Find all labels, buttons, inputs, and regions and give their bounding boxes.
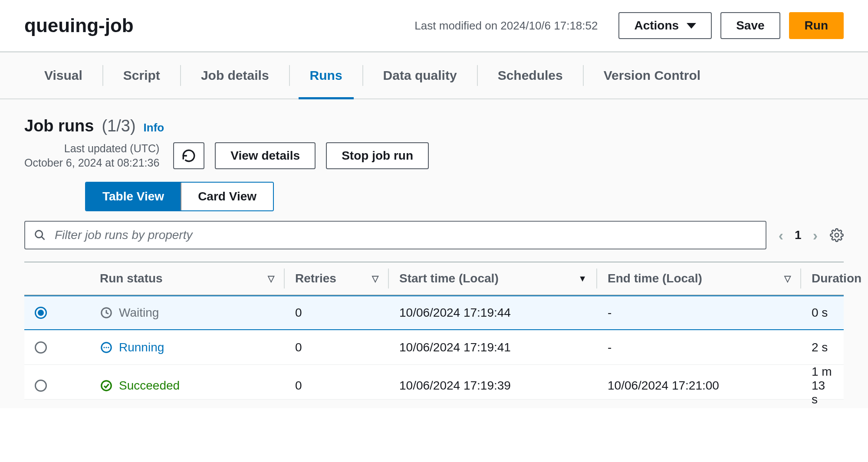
row-start-cell: 10/06/2024 17:19:41 — [389, 341, 597, 354]
table-row[interactable]: Running010/06/2024 17:19:41-2 s — [24, 330, 844, 365]
row-status-text: Succeeded — [119, 379, 180, 393]
clock-icon — [100, 306, 113, 319]
row-retries-cell: 0 — [285, 379, 389, 393]
row-status-text: Waiting — [119, 306, 159, 320]
row-start-cell: 10/06/2024 17:19:39 — [389, 379, 597, 393]
pager-next-icon[interactable]: › — [813, 228, 818, 242]
table-row[interactable]: Succeeded010/06/2024 17:19:3910/06/2024 … — [24, 365, 844, 400]
row-end-cell: 10/06/2024 17:21:00 — [597, 379, 801, 393]
last-updated-label: Last updated (UTC) — [24, 141, 159, 156]
check-circle-icon — [100, 379, 113, 392]
sort-icon: ▽ — [268, 273, 274, 284]
col-start-time[interactable]: Start time (Local) ▼ — [389, 262, 597, 295]
col-run-status-label: Run status — [100, 272, 163, 285]
tabs-bar: VisualScriptJob detailsRunsData qualityS… — [0, 52, 868, 99]
view-toggle-card[interactable]: Card View — [181, 183, 273, 210]
row-duration-cell: 2 s — [801, 341, 844, 354]
row-duration-cell: 1 m 13 s — [801, 365, 844, 406]
tab-visual[interactable]: Visual — [24, 52, 102, 98]
run-button[interactable]: Run — [789, 12, 844, 39]
row-select-cell[interactable] — [24, 341, 89, 354]
page-header: queuing-job Last modified on 2024/10/6 1… — [0, 0, 868, 52]
row-retries-cell: 0 — [285, 341, 389, 354]
col-retries-label: Retries — [295, 272, 336, 285]
last-updated-block: Last updated (UTC) October 6, 2024 at 08… — [24, 141, 159, 170]
svg-line-1 — [42, 237, 45, 240]
tab-sched[interactable]: Schedules — [478, 52, 583, 98]
search-wrap[interactable] — [24, 221, 766, 249]
view-details-button[interactable]: View details — [215, 142, 316, 169]
row-retries-cell: 0 — [285, 306, 389, 320]
view-toggle-table[interactable]: Table View — [86, 183, 181, 210]
actions-label: Actions — [634, 19, 679, 33]
tab-script[interactable]: Script — [103, 52, 180, 98]
section-count: (1/3) — [102, 117, 135, 135]
row-end-cell: - — [597, 306, 801, 320]
job-title: queuing-job — [24, 15, 134, 36]
col-duration-label: Duration — [812, 272, 861, 285]
svg-point-6 — [105, 347, 107, 348]
row-radio[interactable] — [35, 380, 47, 392]
svg-point-7 — [108, 347, 109, 348]
col-start-time-label: Start time (Local) — [399, 272, 499, 285]
search-icon — [34, 229, 46, 241]
stop-job-button[interactable]: Stop job run — [326, 142, 429, 169]
running-icon — [100, 341, 113, 354]
col-end-time-label: End time (Local) — [608, 272, 702, 285]
col-duration[interactable]: Duration — [801, 262, 868, 295]
tab-version[interactable]: Version Control — [584, 52, 720, 98]
svg-point-0 — [36, 231, 43, 238]
row-status-text: Running — [119, 341, 164, 354]
info-link[interactable]: Info — [144, 121, 164, 134]
last-modified-text: Last modified on 2024/10/6 17:18:52 — [414, 19, 598, 33]
svg-point-8 — [102, 381, 112, 391]
section-title: Job runs — [24, 117, 94, 135]
row-status-cell[interactable]: Running — [89, 341, 285, 354]
row-radio[interactable] — [35, 307, 47, 319]
col-retries[interactable]: Retries ▽ — [285, 262, 389, 295]
caret-down-icon — [687, 23, 696, 29]
row-status-cell[interactable]: Waiting — [89, 306, 285, 320]
row-radio[interactable] — [35, 341, 47, 354]
refresh-icon — [181, 148, 196, 163]
runs-table: Run status ▽ Retries ▽ Start time (Local… — [24, 262, 844, 400]
table-header: Run status ▽ Retries ▽ Start time (Local… — [24, 262, 844, 295]
row-select-cell[interactable] — [24, 380, 89, 392]
run-label: Run — [805, 19, 828, 33]
refresh-button[interactable] — [173, 142, 204, 169]
row-start-cell: 10/06/2024 17:19:44 — [389, 306, 597, 320]
col-run-status[interactable]: Run status ▽ — [89, 262, 285, 295]
filter-input[interactable] — [54, 228, 757, 242]
tab-dq[interactable]: Data quality — [363, 52, 477, 98]
svg-point-5 — [103, 347, 105, 348]
save-button[interactable]: Save — [720, 12, 780, 39]
save-label: Save — [736, 19, 764, 33]
sort-active-desc-icon: ▼ — [578, 274, 587, 284]
row-end-cell: - — [597, 341, 801, 354]
view-toggle: Table View Card View — [85, 182, 274, 211]
row-select-cell[interactable] — [24, 307, 89, 319]
svg-point-2 — [835, 233, 839, 237]
row-status-cell[interactable]: Succeeded — [89, 379, 285, 393]
actions-button[interactable]: Actions — [618, 12, 712, 39]
col-end-time[interactable]: End time (Local) ▽ — [597, 262, 801, 295]
sort-icon: ▽ — [784, 273, 791, 284]
row-duration-cell: 0 s — [801, 306, 844, 320]
pager-prev-icon[interactable]: ‹ — [779, 228, 783, 242]
view-details-label: View details — [230, 149, 300, 163]
table-row[interactable]: Waiting010/06/2024 17:19:44-0 s — [24, 295, 844, 330]
pager-page: 1 — [795, 228, 802, 242]
stop-job-label: Stop job run — [342, 149, 413, 163]
settings-gear-icon[interactable] — [830, 228, 844, 242]
last-updated-value: October 6, 2024 at 08:21:36 — [24, 156, 159, 170]
sort-icon: ▽ — [372, 273, 378, 284]
tab-runs[interactable]: Runs — [290, 52, 362, 98]
col-select — [24, 262, 89, 295]
tab-details[interactable]: Job details — [181, 52, 289, 98]
pager: ‹ 1 › — [779, 228, 818, 242]
